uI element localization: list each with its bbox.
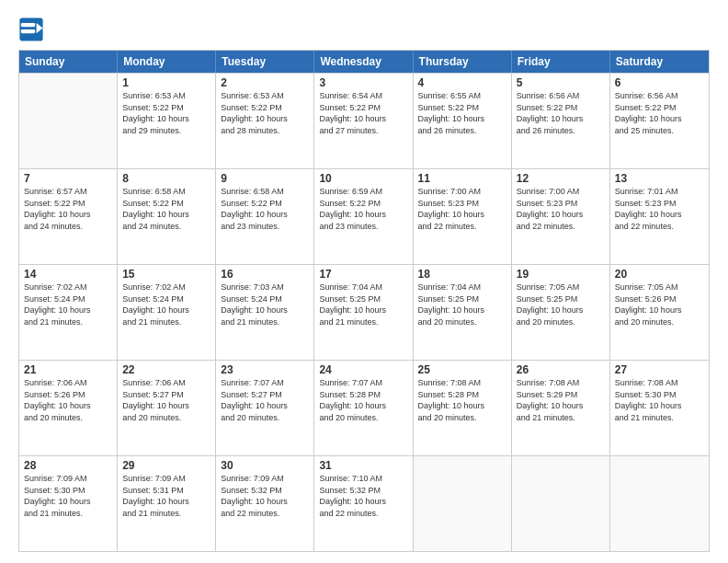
calendar-cell: 3Sunrise: 6:54 AM Sunset: 5:22 PM Daylig… (314, 74, 413, 168)
calendar-cell: 12Sunrise: 7:00 AM Sunset: 5:23 PM Dayli… (512, 169, 610, 264)
calendar-header: SundayMondayTuesdayWednesdayThursdayFrid… (19, 51, 709, 73)
day-number: 21 (24, 363, 112, 376)
day-number: 25 (418, 363, 506, 376)
calendar-cell: 24Sunrise: 7:07 AM Sunset: 5:28 PM Dayli… (314, 361, 413, 455)
day-number: 17 (319, 268, 407, 281)
calendar-cell: 1Sunrise: 6:53 AM Sunset: 5:22 PM Daylig… (118, 74, 216, 168)
day-info: Sunrise: 7:09 AM Sunset: 5:31 PM Dayligh… (122, 473, 210, 519)
day-info: Sunrise: 6:58 AM Sunset: 5:22 PM Dayligh… (122, 186, 210, 232)
calendar-cell (610, 456, 709, 551)
calendar-cell: 29Sunrise: 7:09 AM Sunset: 5:31 PM Dayli… (118, 456, 216, 551)
day-number: 16 (221, 268, 309, 281)
day-info: Sunrise: 7:05 AM Sunset: 5:26 PM Dayligh… (615, 282, 704, 327)
header-day-thursday: Thursday (414, 51, 512, 73)
day-number: 26 (517, 363, 605, 376)
day-number: 23 (221, 363, 309, 376)
header (18, 17, 710, 42)
day-info: Sunrise: 7:08 AM Sunset: 5:30 PM Dayligh… (615, 377, 704, 423)
calendar-cell: 10Sunrise: 6:59 AM Sunset: 5:22 PM Dayli… (314, 169, 413, 264)
day-number: 30 (221, 459, 309, 472)
day-number: 14 (24, 268, 112, 281)
calendar-week-1: 7Sunrise: 6:57 AM Sunset: 5:22 PM Daylig… (19, 168, 709, 264)
page: SundayMondayTuesdayWednesdayThursdayFrid… (0, 0, 728, 563)
day-number: 15 (122, 268, 210, 281)
day-info: Sunrise: 6:53 AM Sunset: 5:22 PM Dayligh… (221, 90, 309, 136)
day-number: 12 (517, 172, 605, 185)
calendar-cell (512, 456, 610, 551)
calendar-cell: 7Sunrise: 6:57 AM Sunset: 5:22 PM Daylig… (19, 169, 118, 264)
day-info: Sunrise: 6:59 AM Sunset: 5:22 PM Dayligh… (319, 186, 407, 232)
calendar-body: 1Sunrise: 6:53 AM Sunset: 5:22 PM Daylig… (19, 73, 709, 551)
day-info: Sunrise: 7:05 AM Sunset: 5:25 PM Dayligh… (517, 282, 605, 327)
day-info: Sunrise: 7:03 AM Sunset: 5:24 PM Dayligh… (221, 282, 309, 327)
logo-icon (18, 17, 44, 42)
day-info: Sunrise: 7:01 AM Sunset: 5:23 PM Dayligh… (615, 186, 704, 232)
day-number: 19 (517, 268, 605, 281)
calendar-cell: 31Sunrise: 7:10 AM Sunset: 5:32 PM Dayli… (314, 456, 413, 551)
day-number: 7 (24, 172, 112, 185)
day-number: 6 (615, 76, 704, 89)
day-info: Sunrise: 7:07 AM Sunset: 5:27 PM Dayligh… (221, 377, 309, 423)
day-number: 8 (122, 172, 210, 185)
day-info: Sunrise: 7:06 AM Sunset: 5:27 PM Dayligh… (122, 377, 210, 423)
calendar-cell: 21Sunrise: 7:06 AM Sunset: 5:26 PM Dayli… (19, 361, 118, 455)
day-number: 24 (319, 363, 407, 376)
calendar-cell: 17Sunrise: 7:04 AM Sunset: 5:25 PM Dayli… (314, 265, 413, 360)
svg-rect-3 (21, 29, 35, 33)
calendar-week-3: 21Sunrise: 7:06 AM Sunset: 5:26 PM Dayli… (19, 360, 709, 455)
calendar-cell: 26Sunrise: 7:08 AM Sunset: 5:29 PM Dayli… (512, 361, 610, 455)
day-info: Sunrise: 7:00 AM Sunset: 5:23 PM Dayligh… (517, 186, 605, 232)
day-info: Sunrise: 7:08 AM Sunset: 5:28 PM Dayligh… (418, 377, 506, 423)
day-number: 4 (418, 76, 506, 89)
svg-rect-2 (21, 23, 35, 27)
calendar-cell: 30Sunrise: 7:09 AM Sunset: 5:32 PM Dayli… (216, 456, 314, 551)
calendar-cell: 22Sunrise: 7:06 AM Sunset: 5:27 PM Dayli… (118, 361, 216, 455)
calendar-cell: 27Sunrise: 7:08 AM Sunset: 5:30 PM Dayli… (610, 361, 709, 455)
calendar-cell: 8Sunrise: 6:58 AM Sunset: 5:22 PM Daylig… (118, 169, 216, 264)
day-info: Sunrise: 6:58 AM Sunset: 5:22 PM Dayligh… (221, 186, 309, 232)
day-info: Sunrise: 7:02 AM Sunset: 5:24 PM Dayligh… (24, 282, 112, 327)
calendar-cell: 9Sunrise: 6:58 AM Sunset: 5:22 PM Daylig… (216, 169, 314, 264)
day-info: Sunrise: 7:09 AM Sunset: 5:32 PM Dayligh… (221, 473, 309, 519)
header-day-monday: Monday (118, 51, 216, 73)
day-info: Sunrise: 6:55 AM Sunset: 5:22 PM Dayligh… (418, 90, 506, 136)
calendar-week-2: 14Sunrise: 7:02 AM Sunset: 5:24 PM Dayli… (19, 264, 709, 360)
calendar-cell: 20Sunrise: 7:05 AM Sunset: 5:26 PM Dayli… (610, 265, 709, 360)
calendar: SundayMondayTuesdayWednesdayThursdayFrid… (18, 50, 710, 552)
day-number: 1 (122, 76, 210, 89)
day-number: 20 (615, 268, 704, 281)
day-info: Sunrise: 7:06 AM Sunset: 5:26 PM Dayligh… (24, 377, 112, 423)
calendar-cell: 11Sunrise: 7:00 AM Sunset: 5:23 PM Dayli… (414, 169, 512, 264)
day-number: 28 (24, 459, 112, 472)
calendar-cell: 14Sunrise: 7:02 AM Sunset: 5:24 PM Dayli… (19, 265, 118, 360)
day-number: 13 (615, 172, 704, 185)
day-info: Sunrise: 7:00 AM Sunset: 5:23 PM Dayligh… (418, 186, 506, 232)
header-day-friday: Friday (512, 51, 610, 73)
logo (18, 17, 48, 42)
calendar-cell: 4Sunrise: 6:55 AM Sunset: 5:22 PM Daylig… (414, 74, 512, 168)
calendar-cell: 13Sunrise: 7:01 AM Sunset: 5:23 PM Dayli… (610, 169, 709, 264)
header-day-wednesday: Wednesday (314, 51, 413, 73)
day-info: Sunrise: 6:57 AM Sunset: 5:22 PM Dayligh… (24, 186, 112, 232)
day-info: Sunrise: 7:04 AM Sunset: 5:25 PM Dayligh… (319, 282, 407, 327)
day-number: 31 (319, 459, 407, 472)
calendar-week-0: 1Sunrise: 6:53 AM Sunset: 5:22 PM Daylig… (19, 73, 709, 168)
calendar-cell: 19Sunrise: 7:05 AM Sunset: 5:25 PM Dayli… (512, 265, 610, 360)
day-number: 3 (319, 76, 407, 89)
day-number: 5 (517, 76, 605, 89)
day-number: 22 (122, 363, 210, 376)
day-number: 10 (319, 172, 407, 185)
calendar-cell: 18Sunrise: 7:04 AM Sunset: 5:25 PM Dayli… (414, 265, 512, 360)
day-number: 11 (418, 172, 506, 185)
day-number: 18 (418, 268, 506, 281)
calendar-cell: 23Sunrise: 7:07 AM Sunset: 5:27 PM Dayli… (216, 361, 314, 455)
header-day-tuesday: Tuesday (216, 51, 314, 73)
day-info: Sunrise: 7:08 AM Sunset: 5:29 PM Dayligh… (517, 377, 605, 423)
header-day-saturday: Saturday (610, 51, 709, 73)
day-info: Sunrise: 7:10 AM Sunset: 5:32 PM Dayligh… (319, 473, 407, 519)
day-info: Sunrise: 7:02 AM Sunset: 5:24 PM Dayligh… (122, 282, 210, 327)
day-info: Sunrise: 7:09 AM Sunset: 5:30 PM Dayligh… (24, 473, 112, 519)
day-info: Sunrise: 6:56 AM Sunset: 5:22 PM Dayligh… (517, 90, 605, 136)
calendar-cell: 15Sunrise: 7:02 AM Sunset: 5:24 PM Dayli… (118, 265, 216, 360)
day-number: 2 (221, 76, 309, 89)
